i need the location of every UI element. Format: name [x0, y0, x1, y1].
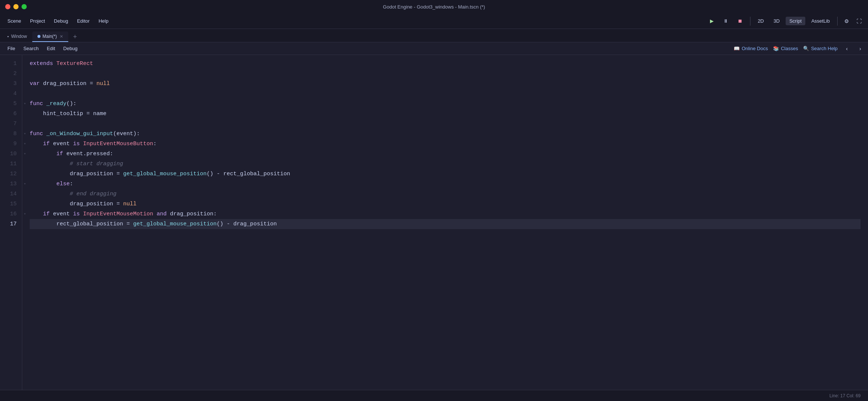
play-button[interactable]: ▶ [706, 17, 717, 25]
token-comment: # start dragging [70, 159, 123, 169]
token-null: null [96, 79, 110, 89]
classes-link[interactable]: 📚 Classes [773, 46, 798, 51]
fold-marker-13[interactable]: ▾ [24, 179, 26, 189]
menu-edit[interactable]: Edit [43, 44, 59, 53]
token-plain: event [50, 209, 73, 219]
toolbar-help[interactable]: Help [95, 17, 112, 25]
code-line-10: ▾ if event.pressed: [30, 149, 861, 159]
fullscreen-button[interactable]: ⛶ [854, 16, 864, 26]
maximize-button[interactable] [22, 4, 27, 9]
fold-marker-9[interactable]: ▾ [24, 139, 26, 149]
code-area: 1234567891011121314151617 extends Textur… [0, 55, 868, 390]
code-line-13: ▾ else: [30, 179, 861, 189]
line-number-10: 10 [0, 149, 22, 159]
line-number-17: 17 [0, 219, 22, 229]
token-keyword: var [30, 79, 40, 89]
view-assetlib-button[interactable]: AssetLib [808, 17, 834, 25]
toolbar-project[interactable]: Project [26, 17, 49, 25]
line-number-2: 2 [0, 69, 22, 79]
search-icon: 🔍 [803, 46, 809, 51]
tabs-bar: ▪ Window Main(*) ✕ + [0, 29, 868, 42]
play-icon: ▶ [710, 18, 714, 24]
token-indent [30, 179, 56, 189]
token-plain: hint_tooltip = name [43, 109, 106, 119]
token-plain: (): [66, 99, 76, 109]
line-number-6: 6 [0, 109, 22, 119]
token-keyword: if [43, 209, 50, 219]
fold-marker-16[interactable]: ▾ [24, 209, 26, 219]
token-indent [30, 219, 56, 229]
tab-main-close[interactable]: ✕ [60, 34, 63, 39]
line-number-8: 8 [0, 129, 22, 139]
tab-main-label: Main(*) [43, 34, 57, 39]
pause-icon: ⏸ [723, 18, 728, 24]
line-numbers: 1234567891011121314151617 [0, 55, 22, 390]
token-plain [153, 209, 157, 219]
code-line-14: # end dragging [30, 189, 861, 199]
tab-main-dot [37, 35, 40, 38]
online-docs-link[interactable]: 📖 Online Docs [734, 46, 768, 51]
token-plain [43, 129, 46, 139]
stop-button[interactable]: ⏹ [734, 17, 746, 25]
script-label: Script [789, 18, 802, 24]
menu-file[interactable]: File [4, 44, 19, 53]
view-script-button[interactable]: Script [786, 17, 805, 25]
toolbar-debug[interactable]: Debug [50, 17, 72, 25]
title-bar: Godot Engine - Godot3_windows - Main.tsc… [0, 0, 868, 13]
window-controls [5, 4, 27, 9]
token-indent [30, 149, 56, 159]
code-line-6: hint_tooltip = name [30, 109, 861, 119]
token-indent [30, 109, 43, 119]
tab-window-icon: ▪ [7, 34, 9, 39]
line-number-3: 3 [0, 79, 22, 89]
search-help-link[interactable]: 🔍 Search Help [803, 46, 838, 51]
code-line-17: rect_global_position = get_global_mouse_… [30, 219, 861, 229]
assetlib-label: AssetLib [811, 18, 830, 24]
code-content[interactable]: extends TextureRectvar drag_position = n… [22, 55, 868, 390]
token-method: get_global_mouse_position [123, 169, 207, 179]
pause-button[interactable]: ⏸ [720, 17, 732, 25]
tab-main[interactable]: Main(*) ✕ [32, 32, 69, 42]
line-number-13: 13 [0, 179, 22, 189]
classes-icon: 📚 [773, 46, 779, 51]
line-number-14: 14 [0, 189, 22, 199]
close-button[interactable] [5, 4, 10, 9]
nav-forward-button[interactable]: › [856, 45, 864, 53]
toolbar-scene[interactable]: Scene [4, 17, 25, 25]
view-2d-button[interactable]: 2D [754, 17, 768, 25]
tab-window-label: Window [11, 34, 27, 39]
menu-bar: File Search Edit Debug 📖 Online Docs 📚 C… [0, 42, 868, 55]
line-number-7: 7 [0, 119, 22, 129]
tab-window[interactable]: ▪ Window [2, 32, 32, 42]
code-line-4 [30, 89, 861, 99]
token-keyword: if [43, 139, 50, 149]
token-keyword: if [56, 149, 63, 159]
line-number-1: 1 [0, 59, 22, 69]
fold-marker-10[interactable]: ▾ [24, 149, 26, 159]
toolbar-editor[interactable]: Editor [73, 17, 93, 25]
code-line-7 [30, 119, 861, 129]
menu-search[interactable]: Search [20, 44, 42, 53]
settings-button[interactable]: ⚙ [841, 16, 852, 26]
menu-debug[interactable]: Debug [60, 44, 81, 53]
fold-marker-5[interactable]: ▾ [24, 99, 26, 109]
status-bar: Line: 17 Col: 69 [0, 390, 868, 401]
fold-marker-8[interactable]: ▾ [24, 129, 26, 139]
view-3d-button[interactable]: 3D [770, 17, 783, 25]
window-title: Godot Engine - Godot3_windows - Main.tsc… [383, 4, 485, 10]
toolbar-separator [750, 17, 750, 26]
tab-add-button[interactable]: + [70, 32, 80, 42]
line-number-16: 16 [0, 209, 22, 219]
code-line-11: # start dragging [30, 159, 861, 169]
token-plain: : [153, 139, 157, 149]
online-docs-label: Online Docs [742, 46, 768, 51]
nav-back-button[interactable]: ‹ [843, 45, 851, 53]
token-indent [30, 199, 70, 209]
minimize-button[interactable] [13, 4, 19, 9]
token-null: null [123, 199, 137, 209]
token-plain: () - rect_global_position [207, 169, 290, 179]
token-plain: drag_position = [70, 169, 123, 179]
line-col-indicator: Line: 17 Col: 69 [829, 393, 861, 398]
code-line-9: ▾ if event is InputEventMouseButton: [30, 139, 861, 149]
token-keyword: else [56, 179, 70, 189]
